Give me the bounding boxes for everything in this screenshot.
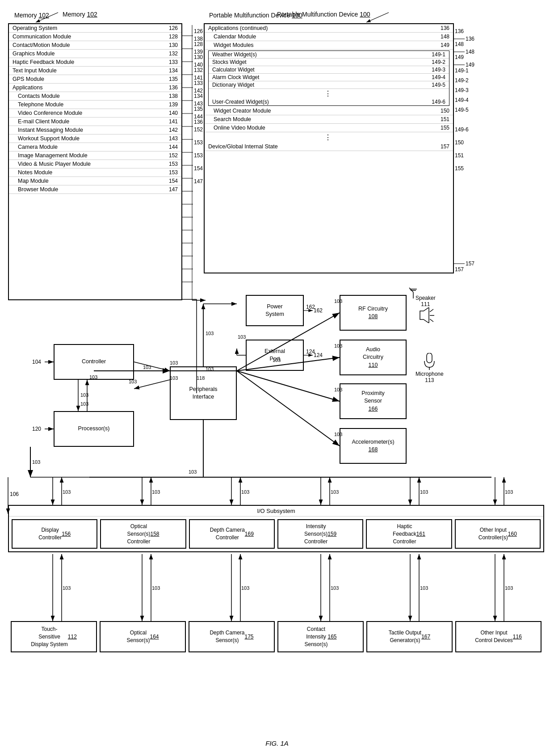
svg-text:103: 103	[420, 585, 428, 591]
pmd-row-device-state: Device/Global Internal State 157	[205, 143, 453, 151]
svg-text:103: 103	[189, 469, 197, 475]
antenna-icon	[407, 286, 420, 301]
widget-row-weather: Weather Widget(s) 149-1	[209, 51, 449, 59]
microphone-label: Microphone 113	[416, 353, 444, 383]
memory-row-contact: Contact/Motion Module 130	[9, 41, 181, 50]
svg-text:153: 153	[194, 152, 203, 159]
svg-text:103: 103	[331, 489, 339, 495]
memory-row-apps: Applications 136	[9, 84, 181, 92]
pmd-row-widgets-label: Widget Modules 149	[205, 41, 453, 50]
svg-text:103: 103	[152, 585, 160, 591]
widget-sub-box: Weather Widget(s) 149-1 Stocks Widget 14…	[208, 50, 449, 106]
io-display-controller: DisplayController156	[12, 519, 97, 549]
memory-row-im: Instant Messaging Module 142	[9, 126, 181, 134]
memory-ref-numbers: 126 128 130 132 133 134 135 136	[194, 25, 203, 129]
memory-row-email: E-mail Client Module 141	[9, 118, 181, 126]
svg-text:147: 147	[194, 178, 203, 185]
device-state-ref: 157	[455, 266, 464, 273]
audio-circuitry-box: AudioCircuitry110	[340, 340, 407, 375]
svg-line-30	[134, 362, 170, 371]
peripherals-box: PeripheralsInterface	[170, 366, 237, 420]
svg-text:103: 103	[206, 331, 214, 336]
memory-row-camera: Camera Module 144	[9, 143, 181, 151]
sensor-depth-camera: Depth CameraSensor(s)175	[189, 621, 275, 652]
sensor-other-input: Other InputControl Devices116	[455, 621, 541, 652]
diagram: Memory 102 Operating System 126 Communic…	[0, 0, 554, 756]
svg-text:104: 104	[32, 359, 41, 365]
widget-row-alarm: Alarm Clock Widget 149-4	[209, 74, 449, 81]
widget-row-user-created: User-Created Widget(s) 149-6	[209, 98, 449, 105]
svg-text:103: 103	[241, 585, 249, 591]
io-haptic-controller: HapticFeedbackController161	[366, 519, 452, 549]
svg-text:157: 157	[466, 260, 474, 267]
svg-text:153: 153	[194, 139, 203, 146]
power-ref: 162	[306, 304, 315, 310]
svg-text:103: 103	[505, 585, 513, 591]
memory-row-telephone: Telephone Module 139	[9, 101, 181, 109]
pmd-row-calendar: Calendar Module 148	[205, 33, 453, 41]
sensor-touch-display: Touch-SensitiveDisplay System112	[11, 621, 97, 652]
svg-text:103: 103	[505, 489, 513, 495]
memory-row-comm: Communication Module 128	[9, 33, 181, 41]
memory-row-notes: Notes Module 153	[9, 168, 181, 177]
io-controllers-grid: DisplayController156 OpticalSensor(s)Con…	[9, 517, 543, 551]
pmd-row-online-video: Online Video Module 155	[205, 124, 453, 132]
svg-text:124: 124	[314, 352, 323, 358]
svg-text:103: 103	[143, 365, 151, 370]
widget-dots: ⋮	[209, 89, 449, 98]
svg-text:103: 103	[80, 401, 88, 407]
sensors-row: Touch-SensitiveDisplay System112 Optical…	[8, 621, 544, 652]
svg-line-3	[430, 319, 433, 322]
pmd-rows: Applications (continued) 136 Calendar Mo…	[205, 24, 453, 273]
widget-row-calculator: Calculator Widget 149-3	[209, 66, 449, 74]
pmd-ref-numbers: 136 148 149 149-1 149-2 149-3 149-4 149-…	[455, 25, 469, 175]
svg-text:103: 103	[420, 489, 428, 495]
widget-row-dictionary: Dictionary Widget 149-5	[209, 81, 449, 89]
svg-line-7	[409, 288, 413, 292]
external-port-box: ExternalPort	[246, 340, 304, 371]
svg-text:103: 103	[63, 489, 71, 495]
external-port-ref: 124	[306, 349, 315, 355]
io-depth-controller: Depth CameraController169	[189, 519, 275, 549]
io-other-controller: Other InputController(s)160	[455, 519, 541, 549]
memory-row-video-music: Video & Music Player Module 153	[9, 160, 181, 168]
widget-row-stocks: Stocks Widget 149-2	[209, 59, 449, 66]
io-optical-controller: OpticalSensor(s)Controller158	[100, 519, 186, 549]
memory-row-text-input: Text Input Module 134	[9, 67, 181, 75]
svg-rect-4	[427, 353, 432, 363]
memory-row-graphics: Graphics Module 132	[9, 50, 181, 58]
memory-row-video-conf: Video Conference Module 140	[9, 109, 181, 118]
pmd-row-apps-cont: Applications (continued) 136	[205, 24, 453, 33]
memory-row-image-mgmt: Image Management Module 152	[9, 151, 181, 160]
svg-line-28	[237, 371, 340, 401]
svg-line-31	[134, 380, 170, 389]
svg-text:162: 162	[314, 307, 323, 314]
svg-text:106: 106	[10, 491, 19, 497]
svg-text:103: 103	[170, 360, 178, 365]
sensor-optical: OpticalSensor(s)164	[100, 621, 186, 652]
io-title: I/O Subsystem	[9, 506, 543, 517]
memory-row-workout: Workout Support Module 143	[9, 134, 181, 143]
svg-text:103: 103	[331, 585, 339, 591]
io-intensity-controller: IntensitySensor(s)Controller159	[277, 519, 363, 549]
svg-text:103: 103	[238, 334, 246, 340]
pmd-row-widget-creator: Widget Creator Module 150	[205, 107, 453, 115]
accelerometer-box: Accelerometer(s)168	[340, 428, 407, 464]
svg-text:103: 103	[80, 392, 88, 398]
memory-row-haptic: Haptic Feedback Module 133	[9, 58, 181, 67]
pmd-box: Portable Multifunction Device 100 Applic…	[204, 23, 454, 273]
pmd-row-search: Search Module 151	[205, 115, 453, 124]
microphone-icon	[423, 353, 436, 371]
svg-text:103: 103	[63, 585, 71, 591]
svg-marker-0	[420, 307, 429, 323]
speaker-icon	[416, 307, 434, 323]
processor-box: Processor(s)	[54, 411, 134, 447]
io-subsystem-box: I/O Subsystem DisplayController156 Optic…	[8, 505, 544, 552]
proximity-sensor-box: ProximitySensor166	[340, 383, 407, 419]
memory-row-map: Map Module 154	[9, 177, 181, 185]
svg-text:103: 103	[32, 459, 40, 465]
controller-box: Controller	[54, 344, 134, 380]
memory-title: Memory 102	[14, 12, 49, 19]
svg-text:154: 154	[194, 165, 203, 172]
svg-line-1	[430, 309, 433, 312]
